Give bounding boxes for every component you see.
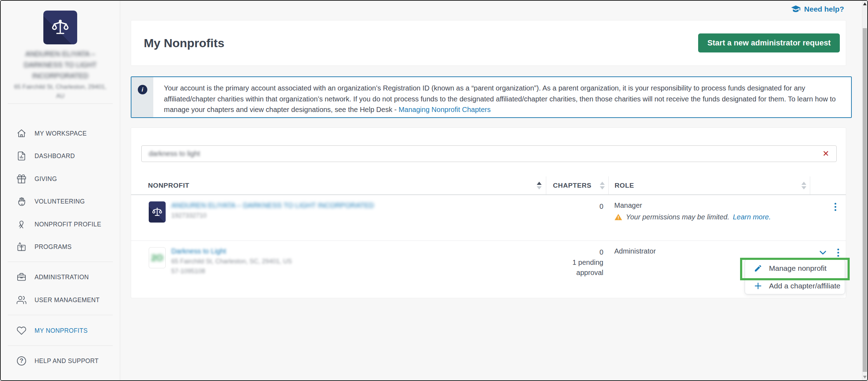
- ribbon-icon: [16, 219, 27, 230]
- question-icon: ?: [16, 356, 27, 366]
- clear-search-icon[interactable]: ✕: [823, 149, 829, 158]
- search-value: darkness to light: [149, 150, 200, 158]
- sidebar-item-label: VOLUNTEERING: [35, 198, 85, 205]
- sidebar-item-label: GIVING: [35, 175, 57, 183]
- sidebar-item-label: PROGRAMS: [35, 243, 72, 251]
- info-banner-message: Your account is the primary account asso…: [164, 84, 836, 113]
- column-header-chapters[interactable]: CHAPTERS: [546, 176, 608, 194]
- nonprofit-name-link[interactable]: Darkness to Light: [171, 247, 292, 255]
- sidebar-item-help-and-support[interactable]: ? HELP AND SUPPORT: [1, 350, 120, 372]
- sidebar-divider: [8, 315, 113, 315]
- sidebar-item-volunteering[interactable]: VOLUNTEERING: [1, 190, 120, 213]
- menu-item-label: Manage nonprofit: [769, 264, 826, 273]
- sidebar-item-dashboard[interactable]: DASHBOARD: [1, 145, 120, 167]
- home-icon: [16, 128, 27, 139]
- permissions-warning: Your permissions may be limited. Learn m…: [614, 213, 810, 221]
- learn-more-link[interactable]: Learn more.: [733, 213, 771, 221]
- column-header-nonprofit[interactable]: NONPROFIT: [131, 176, 546, 194]
- sidebar-item-label: ADMINISTRATION: [35, 274, 89, 281]
- sidebar-item-label: HELP AND SUPPORT: [35, 357, 99, 365]
- sidebar-item-label: DASHBOARD: [35, 152, 75, 160]
- start-admin-request-button[interactable]: Start a new administrator request: [698, 33, 840, 52]
- sort-icon-chapters[interactable]: [600, 182, 605, 189]
- scrollbar-thumb[interactable]: [863, 28, 867, 372]
- column-label: ROLE: [615, 182, 634, 189]
- need-help-label: Need help?: [804, 5, 844, 13]
- sort-icon-role[interactable]: [801, 182, 806, 189]
- org-name: ANDUREN ELIYATA – DARKNESS TO LIGHT INCO…: [4, 49, 117, 81]
- search-input[interactable]: darkness to light ✕: [141, 145, 837, 162]
- chapters-count: 0: [546, 247, 603, 257]
- nonprofits-table-card: darkness to light ✕ NONPROFIT CHAPTERS: [131, 127, 846, 298]
- app-window: ANDUREN ELIYATA – DARKNESS TO LIGHT INCO…: [0, 0, 868, 381]
- sidebar-divider: [8, 262, 113, 262]
- sidebar-item-my-nonprofits[interactable]: MY NONPROFITS: [1, 319, 120, 342]
- heart-icon: [16, 325, 27, 336]
- org-address: 65 Fairchild St, Charleston, 29401, AU: [4, 82, 117, 101]
- registration-id: 1927332710: [171, 212, 374, 219]
- menu-item-label: Add a chapter/affiliate: [769, 282, 841, 290]
- sidebar-item-administration[interactable]: ADMINISTRATION: [1, 266, 120, 288]
- sidebar-item-label: MY WORKSPACE: [35, 130, 87, 137]
- info-icon: i: [138, 85, 147, 94]
- sidebar-item-user-management[interactable]: USER MANAGEMENT: [1, 289, 120, 311]
- vertical-scrollbar[interactable]: [862, 1, 867, 380]
- chevron-down-icon[interactable]: [818, 248, 827, 257]
- sidebar: ANDUREN ELIYATA – DARKNESS TO LIGHT INCO…: [1, 1, 120, 380]
- logo-glyph: 2O: [151, 252, 164, 263]
- warning-text: Your permissions may be limited.: [626, 213, 729, 221]
- chapters-cell: 0 1 pending approval: [546, 241, 608, 299]
- nonprofit-name-link[interactable]: ANDUREN ELIYATA – DARKNESS TO LIGHT INCO…: [171, 201, 374, 210]
- chapters-cell: 0: [546, 195, 608, 241]
- users-icon: [16, 295, 27, 305]
- briefcase-icon: [16, 272, 27, 282]
- role-cell: Manager Your permissions may be limited.…: [608, 195, 810, 241]
- menu-item-add-chapter-affiliate[interactable]: Add a chapter/affiliate: [745, 277, 845, 295]
- dashboard-icon: [16, 151, 27, 161]
- nonprofit-cell: 2O Darkness to Light 65 Fairchild St, Ch…: [131, 241, 546, 299]
- programs-icon: [16, 242, 27, 252]
- menu-item-manage-nonprofit[interactable]: Manage nonprofit: [745, 260, 845, 277]
- sidebar-item-programs[interactable]: PROGRAMS: [1, 236, 120, 258]
- sidebar-item-label: MY NONPROFITS: [35, 327, 88, 335]
- page-title: My Nonprofits: [144, 36, 224, 50]
- nonprofit-logo: 2O: [149, 247, 166, 268]
- hand-icon: [16, 196, 27, 207]
- sidebar-item-nonprofit-profile[interactable]: NONPROFIT PROFILE: [1, 213, 120, 236]
- sidebar-divider: [8, 345, 113, 346]
- row-action-menu: Manage nonprofit Add a chapter/affiliate: [745, 259, 845, 294]
- scroll-up-arrow-icon[interactable]: [863, 2, 867, 5]
- warning-icon: [614, 213, 622, 221]
- info-banner-text: Your account is the primary account asso…: [153, 77, 851, 117]
- graduation-cap-icon: [791, 4, 801, 14]
- row-actions: [810, 195, 847, 241]
- main-content: Need help? My Nonprofits Start a new adm…: [120, 1, 862, 380]
- sort-icon-nonprofit[interactable]: [537, 182, 542, 189]
- column-header-actions: [810, 176, 847, 194]
- sidebar-item-my-workspace[interactable]: MY WORKSPACE: [1, 122, 120, 145]
- need-help-link[interactable]: Need help?: [791, 4, 844, 14]
- kebab-menu-icon[interactable]: [835, 248, 841, 257]
- column-header-role[interactable]: ROLE: [608, 176, 810, 194]
- table-row: ANDUREN ELIYATA – DARKNESS TO LIGHT INCO…: [131, 195, 846, 241]
- table-row: 2O Darkness to Light 65 Fairchild St, Ch…: [131, 241, 846, 299]
- sidebar-item-label: NONPROFIT PROFILE: [35, 221, 101, 228]
- column-label: NONPROFIT: [148, 182, 189, 189]
- org-logo: [43, 11, 77, 44]
- plus-icon: [753, 282, 763, 290]
- info-banner-strip: i: [131, 77, 153, 117]
- sidebar-divider: [8, 104, 113, 104]
- scales-icon: [50, 17, 70, 38]
- table-header: NONPROFIT CHAPTERS ROLE: [131, 176, 846, 195]
- column-label: CHAPTERS: [553, 182, 591, 189]
- role-value: Administrator: [614, 247, 810, 255]
- gift-icon: [16, 174, 27, 184]
- pencil-icon: [753, 264, 763, 273]
- sidebar-item-giving[interactable]: GIVING: [1, 168, 120, 190]
- scroll-down-arrow-icon[interactable]: [863, 376, 867, 379]
- info-banner: i Your account is the primary account as…: [131, 76, 852, 118]
- kebab-menu-icon[interactable]: [832, 202, 838, 212]
- managing-nonprofit-chapters-link[interactable]: Managing Nonprofit Chapters: [399, 106, 491, 113]
- sidebar-item-label: USER MANAGEMENT: [35, 296, 100, 304]
- role-value: Manager: [614, 201, 810, 210]
